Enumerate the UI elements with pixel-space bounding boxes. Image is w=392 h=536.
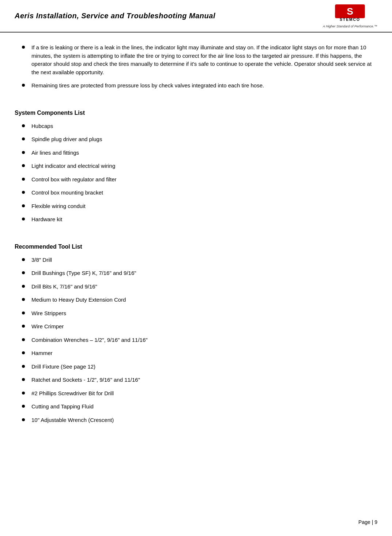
intro-text-2: Remaining tires are protected from press… bbox=[31, 82, 264, 90]
list-item: If a tire is leaking or there is a leak … bbox=[15, 44, 377, 76]
component-item-3: Air lines and fittings bbox=[31, 149, 79, 157]
main-content: If a tire is leaking or there is a leak … bbox=[0, 44, 392, 455]
list-item: Flexible wiring conduit bbox=[15, 202, 377, 211]
bullet-icon bbox=[22, 46, 25, 49]
list-item: Control box with regulator and filter bbox=[15, 175, 377, 184]
recommended-tools-section: Recommended Tool List 3/8" Drill Drill B… bbox=[15, 244, 377, 424]
system-components-heading: System Components List bbox=[15, 110, 377, 116]
list-item: Drill Fixture (See page 12) bbox=[15, 363, 377, 371]
tool-item-9: Drill Fixture (See page 12) bbox=[31, 363, 95, 371]
list-item: Wire Strippers bbox=[15, 309, 377, 318]
list-item: Spindle plug driver and plugs bbox=[15, 135, 377, 144]
list-item: Light indicator and electrical wiring bbox=[15, 162, 377, 170]
list-item: 10" Adjustable Wrench (Crescent) bbox=[15, 416, 377, 424]
page-title: Aeris Installation, Service and Troubles… bbox=[15, 12, 215, 20]
list-item: Combination Wrenches – 1/2", 9/16" and 1… bbox=[15, 336, 377, 344]
list-item: Control box mounting bracket bbox=[15, 189, 377, 197]
component-item-5: Control box with regulator and filter bbox=[31, 175, 117, 184]
svg-text:S: S bbox=[347, 6, 354, 17]
stemco-logo-icon: S STEMCO bbox=[334, 4, 366, 24]
list-item: Medium to Heavy Duty Extension Cord bbox=[15, 296, 377, 304]
bullet-icon bbox=[22, 124, 25, 127]
tool-item-13: 10" Adjustable Wrench (Crescent) bbox=[31, 416, 114, 424]
bullet-icon bbox=[22, 218, 25, 220]
bullet-icon bbox=[22, 405, 25, 408]
component-item-4: Light indicator and electrical wiring bbox=[31, 162, 115, 170]
bullet-icon bbox=[22, 178, 25, 181]
list-item: Wire Crimper bbox=[15, 322, 377, 331]
tool-item-5: Wire Strippers bbox=[31, 309, 66, 318]
tool-item-6: Wire Crimper bbox=[31, 322, 64, 331]
list-item: Remaining tires are protected from press… bbox=[15, 82, 377, 90]
component-item-8: Hardware kit bbox=[31, 215, 62, 224]
tool-item-10: Ratchet and Sockets - 1/2", 9/16" and 11… bbox=[31, 376, 140, 384]
bullet-icon bbox=[22, 312, 25, 314]
tool-item-1: 3/8" Drill bbox=[31, 256, 52, 264]
component-item-2: Spindle plug driver and plugs bbox=[31, 135, 102, 144]
tool-item-3: Drill Bits K, 7/16" and 9/16" bbox=[31, 283, 97, 291]
tool-item-8: Hammer bbox=[31, 349, 53, 358]
svg-text:STEMCO: STEMCO bbox=[340, 18, 360, 22]
list-item: Hardware kit bbox=[15, 215, 377, 224]
list-item: Drill Bits K, 7/16" and 9/16" bbox=[15, 283, 377, 291]
tool-item-2: Drill Bushings (Type SF) K, 7/16" and 9/… bbox=[31, 269, 136, 278]
bullet-icon bbox=[22, 392, 25, 395]
list-item: #2 Phillips Screwdriver Bit for Drill bbox=[15, 389, 377, 398]
intro-section: If a tire is leaking or there is a leak … bbox=[15, 44, 377, 90]
logo-area: S STEMCO A Higher Standard of Performanc… bbox=[323, 4, 377, 28]
bullet-icon bbox=[22, 271, 25, 274]
bullet-icon bbox=[22, 298, 25, 301]
system-components-section: System Components List Hubcaps Spindle p… bbox=[15, 110, 377, 224]
bullet-icon bbox=[22, 325, 25, 328]
component-item-1: Hubcaps bbox=[31, 122, 53, 131]
page-number: Page | 9 bbox=[358, 519, 377, 525]
bullet-icon bbox=[22, 338, 25, 341]
page: Aeris Installation, Service and Troubles… bbox=[0, 0, 392, 536]
bullet-icon bbox=[22, 285, 25, 288]
bullet-icon bbox=[22, 137, 25, 140]
page-footer: Page | 9 bbox=[358, 519, 377, 525]
intro-text-1: If a tire is leaking or there is a leak … bbox=[31, 44, 377, 76]
component-item-6: Control box mounting bracket bbox=[31, 189, 103, 197]
bullet-icon bbox=[22, 378, 25, 381]
bullet-icon bbox=[22, 351, 25, 354]
list-item: 3/8" Drill bbox=[15, 256, 377, 264]
tool-item-11: #2 Phillips Screwdriver Bit for Drill bbox=[31, 389, 114, 398]
tool-item-12: Cutting and Tapping Fluid bbox=[31, 403, 94, 411]
bullet-icon bbox=[22, 365, 25, 368]
component-item-7: Flexible wiring conduit bbox=[31, 202, 86, 211]
list-item: Hammer bbox=[15, 349, 377, 358]
bullet-icon bbox=[22, 151, 25, 154]
list-item: Cutting and Tapping Fluid bbox=[15, 403, 377, 411]
bullet-icon bbox=[22, 418, 25, 421]
list-item: Drill Bushings (Type SF) K, 7/16" and 9/… bbox=[15, 269, 377, 278]
bullet-icon bbox=[22, 258, 25, 261]
list-item: Hubcaps bbox=[15, 122, 377, 131]
page-header: Aeris Installation, Service and Troubles… bbox=[0, 0, 392, 33]
tool-item-4: Medium to Heavy Duty Extension Cord bbox=[31, 296, 126, 304]
bullet-icon bbox=[22, 84, 25, 87]
list-item: Ratchet and Sockets - 1/2", 9/16" and 11… bbox=[15, 376, 377, 384]
list-item: Air lines and fittings bbox=[15, 149, 377, 157]
logo-tagline: A Higher Standard of Performance.™ bbox=[323, 24, 377, 28]
tool-item-7: Combination Wrenches – 1/2", 9/16" and 1… bbox=[31, 336, 148, 344]
bullet-icon bbox=[22, 204, 25, 207]
recommended-tools-heading: Recommended Tool List bbox=[15, 244, 377, 250]
bullet-icon bbox=[22, 191, 25, 194]
bullet-icon bbox=[22, 164, 25, 167]
